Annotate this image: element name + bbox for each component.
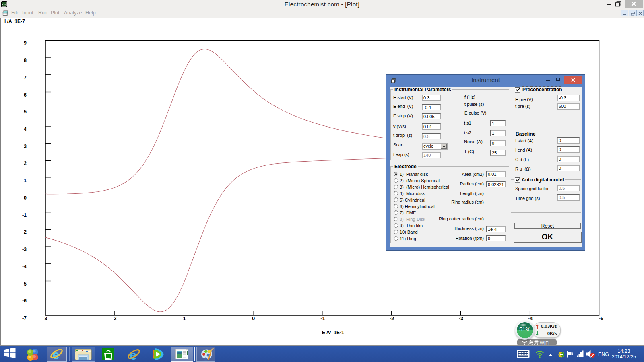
svg-text:4: 4: [24, 126, 27, 132]
svg-text:6: 6: [24, 92, 27, 98]
svg-text:-5: -5: [22, 281, 27, 287]
svg-text:-4: -4: [22, 264, 27, 269]
svg-text:2: 2: [114, 316, 116, 321]
svg-text:8: 8: [24, 58, 27, 63]
svg-text:2: 2: [24, 160, 27, 166]
svg-text:7: 7: [24, 75, 27, 80]
svg-text:-4: -4: [528, 316, 533, 321]
svg-text:9: 9: [24, 40, 27, 46]
svg-text:1: 1: [24, 178, 27, 183]
svg-text:0: 0: [24, 195, 27, 201]
svg-text:-6: -6: [22, 298, 27, 304]
svg-text:3: 3: [45, 316, 47, 321]
svg-text:1: 1: [183, 316, 186, 321]
svg-text:-5: -5: [599, 316, 603, 321]
svg-text:-3: -3: [459, 316, 463, 321]
svg-text:-3: -3: [22, 247, 27, 252]
svg-text:5: 5: [24, 109, 27, 115]
svg-text:3: 3: [24, 144, 27, 149]
svg-text:-2: -2: [390, 316, 394, 321]
svg-text:-1: -1: [22, 212, 27, 218]
svg-text:0: 0: [252, 316, 255, 321]
svg-text:-2: -2: [22, 229, 27, 235]
svg-text:-7: -7: [22, 315, 27, 321]
svg-text:-1: -1: [320, 316, 325, 321]
